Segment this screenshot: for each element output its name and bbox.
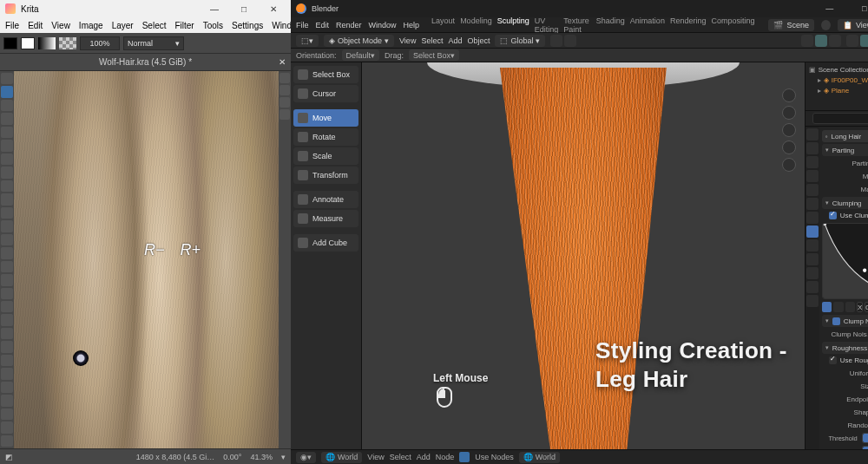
parting-header[interactable]: ▾Parting bbox=[822, 144, 868, 156]
rough-threshold[interactable]: 0.750 bbox=[862, 433, 868, 443]
tab-modeling[interactable]: Modeling bbox=[460, 16, 492, 34]
tab-uv[interactable]: UV Editing bbox=[535, 16, 559, 34]
ptab-physics[interactable] bbox=[806, 239, 819, 252]
menu-layer[interactable]: Layer bbox=[112, 21, 134, 30]
particle-system-select[interactable]: ◦ Long Hair bbox=[822, 130, 868, 142]
status-rotation[interactable]: 0.00° bbox=[223, 453, 241, 461]
nmenu-select[interactable]: Select bbox=[390, 453, 411, 461]
menu-select[interactable]: Select bbox=[142, 21, 167, 30]
bmenu-help[interactable]: Help bbox=[404, 21, 420, 29]
pattern-swatch[interactable] bbox=[59, 37, 76, 49]
curve-snap[interactable] bbox=[845, 302, 855, 312]
use-roughness-check[interactable]: Use Roughness… bbox=[822, 354, 868, 366]
node-world-select[interactable]: 🌐 World bbox=[321, 452, 362, 463]
orient-value[interactable]: Default ▾ bbox=[342, 49, 380, 61]
tool-move[interactable]: Move bbox=[293, 109, 358, 127]
snap-toggle[interactable] bbox=[550, 35, 562, 47]
outliner[interactable]: ▣Scene Collection ▸◈ IF00P00_Wolf_Mo… ▸◈… bbox=[806, 62, 868, 111]
tool-select-bezier[interactable] bbox=[1, 395, 13, 406]
docker-btn-2[interactable] bbox=[279, 85, 290, 95]
bmenu-edit[interactable]: Edit bbox=[316, 21, 330, 29]
tool-transform[interactable]: Transform bbox=[293, 167, 358, 184]
tool-select-contig[interactable] bbox=[1, 368, 13, 379]
ptab-particle[interactable] bbox=[806, 225, 819, 238]
outliner-item[interactable]: ▸◈ Plane bbox=[809, 85, 868, 95]
xray-toggle[interactable] bbox=[829, 35, 841, 47]
overlays-toggle[interactable] bbox=[815, 35, 827, 47]
scene-new-button[interactable] bbox=[821, 20, 831, 30]
tool-brush[interactable] bbox=[1, 113, 13, 124]
krita-min-button[interactable]: — bbox=[202, 0, 227, 17]
outliner-item[interactable]: ▸◈ IF00P00_Wolf_Mo… bbox=[809, 75, 868, 85]
tool-annotate[interactable]: Annotate bbox=[293, 191, 358, 208]
tool-freehand[interactable] bbox=[1, 193, 13, 205]
ptab-viewlayer[interactable] bbox=[806, 156, 819, 168]
ptab-texture[interactable] bbox=[806, 295, 819, 307]
tab-sculpting[interactable]: Sculpting bbox=[497, 16, 529, 34]
drag-value[interactable]: Select Box ▾ bbox=[409, 49, 459, 61]
shade-solid[interactable] bbox=[860, 35, 868, 47]
vmenu-view[interactable]: View bbox=[399, 36, 416, 45]
orientation-select[interactable]: ⬚ Global ▾ bbox=[495, 35, 545, 47]
ptab-render[interactable] bbox=[806, 128, 819, 141]
menu-settings[interactable]: Settings bbox=[232, 21, 263, 30]
properties-search[interactable] bbox=[812, 113, 868, 124]
tool-pattern[interactable] bbox=[1, 247, 13, 258]
tool-crop[interactable] bbox=[1, 100, 13, 111]
tool-rect[interactable] bbox=[1, 140, 13, 151]
tool-bezier[interactable] bbox=[1, 180, 13, 192]
docker-btn-3[interactable] bbox=[279, 97, 290, 108]
blender-min-button[interactable]: — bbox=[815, 0, 845, 17]
vmenu-add[interactable]: Add bbox=[448, 36, 462, 45]
curve-handle-auto[interactable] bbox=[822, 302, 832, 312]
fg-color-swatch[interactable] bbox=[3, 37, 17, 49]
tool-assistant[interactable] bbox=[1, 288, 13, 299]
use-nodes-toggle[interactable] bbox=[459, 452, 470, 462]
tool-rotate[interactable]: Rotate bbox=[293, 128, 358, 146]
ptab-constraint[interactable] bbox=[806, 253, 819, 265]
zoom-dropdown-icon[interactable]: ▾ bbox=[281, 453, 286, 461]
nmenu-add[interactable]: Add bbox=[417, 453, 431, 461]
menu-file[interactable]: File bbox=[5, 21, 19, 30]
scene-field[interactable]: 🎬 Scene bbox=[768, 19, 814, 31]
ptab-object[interactable] bbox=[806, 198, 819, 210]
tool-colorpicker[interactable] bbox=[1, 261, 13, 272]
tool-line[interactable] bbox=[1, 127, 13, 138]
tool-zoom[interactable] bbox=[1, 422, 13, 433]
menu-tools[interactable]: Tools bbox=[203, 21, 223, 30]
viewlayer-field[interactable]: 📋 ViewLayer bbox=[838, 19, 868, 31]
tool-text[interactable] bbox=[1, 220, 13, 232]
vmenu-object[interactable]: Object bbox=[467, 36, 490, 45]
persp-gizmo[interactable] bbox=[782, 158, 796, 172]
use-clump-curve-check[interactable]: Use Clump Curve bbox=[822, 209, 868, 221]
nmenu-view[interactable]: View bbox=[367, 453, 384, 461]
opacity-field[interactable]: 100% bbox=[80, 36, 120, 50]
gizmo-toggle[interactable] bbox=[801, 35, 813, 47]
node-world-slot[interactable]: 🌐 World bbox=[519, 452, 560, 463]
blender-viewport[interactable]: Left Mouse Styling Creation - Leg Hair bbox=[362, 62, 805, 449]
tool-pan[interactable] bbox=[1, 435, 13, 447]
vmenu-select[interactable]: Select bbox=[421, 36, 443, 45]
ptab-modifier[interactable] bbox=[806, 212, 819, 224]
tool-select-poly[interactable] bbox=[1, 355, 13, 366]
zoom-gizmo[interactable] bbox=[782, 106, 796, 120]
tool-gradient[interactable] bbox=[1, 234, 13, 245]
rough-extra[interactable]: 0.150 bbox=[862, 446, 868, 449]
tool-select-box[interactable]: Select Box bbox=[293, 66, 358, 83]
nav-gizmo[interactable] bbox=[782, 88, 796, 102]
bmenu-render[interactable]: Render bbox=[336, 21, 362, 29]
tool-select-similar[interactable] bbox=[1, 382, 13, 393]
tab-texpaint[interactable]: Texture Paint bbox=[563, 16, 591, 34]
document-tab[interactable]: Wolf-Hair.kra (4.5 GiB) * bbox=[21, 57, 270, 67]
tool-measure[interactable] bbox=[1, 301, 13, 312]
tool-select-rect[interactable] bbox=[1, 328, 13, 339]
clumping-header[interactable]: ▾Clumping bbox=[822, 197, 868, 209]
tool-reference[interactable] bbox=[1, 314, 13, 325]
tool-move[interactable] bbox=[1, 86, 13, 97]
status-zoom[interactable]: 41.3% bbox=[250, 453, 273, 461]
tool-scale[interactable]: Scale bbox=[293, 147, 358, 165]
docker-btn-1[interactable] bbox=[279, 73, 290, 83]
krita-max-button[interactable]: □ bbox=[232, 0, 256, 17]
tool-measure[interactable]: Measure bbox=[293, 210, 358, 227]
curve-val1[interactable]: 0.428 bbox=[865, 302, 868, 312]
